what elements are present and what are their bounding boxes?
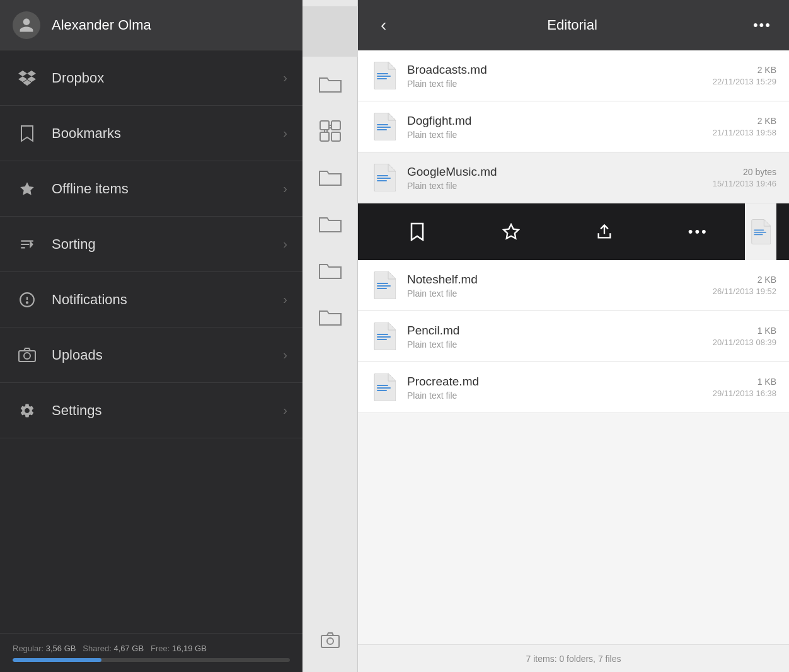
- file-icon: [371, 371, 398, 404]
- svg-rect-24: [377, 285, 391, 287]
- middle-item-folder-1[interactable]: [309, 63, 352, 106]
- file-type: Plain text file: [407, 181, 713, 191]
- file-date: 21/11/2013 19:58: [713, 128, 776, 137]
- sidebar-item-settings[interactable]: Settings ›: [0, 383, 302, 438]
- svg-rect-5: [320, 121, 329, 130]
- storage-bar: [13, 658, 290, 662]
- sidebar-item-sorting[interactable]: Sorting ›: [0, 217, 302, 272]
- sidebar: Alexander Olma Dropbox › Bookmarks ›: [0, 0, 302, 672]
- user-name: Alexander Olma: [52, 17, 151, 33]
- middle-item-camera[interactable]: [309, 619, 352, 662]
- more-button[interactable]: •••: [748, 17, 776, 33]
- svg-point-2: [26, 302, 28, 303]
- file-info: Dogfight.md Plain text file: [407, 114, 713, 140]
- file-type: Plain text file: [407, 390, 713, 401]
- sidebar-item-notifications[interactable]: Notifications ›: [0, 272, 302, 327]
- file-icon: [371, 269, 398, 302]
- svg-rect-19: [377, 180, 387, 181]
- sidebar-item-notifications-label: Notifications: [52, 292, 283, 308]
- file-size: 2 KB: [713, 275, 776, 285]
- file-name: Broadcasts.md: [407, 63, 713, 77]
- file-name: Procreate.md: [407, 375, 713, 389]
- file-type: Plain text file: [407, 130, 713, 140]
- file-icon: [371, 59, 398, 92]
- svg-rect-12: [377, 76, 391, 77]
- camera-icon: [15, 343, 39, 367]
- table-row[interactable]: GoogleMusic.md Plain text file 20 bytes …: [358, 152, 789, 203]
- sidebar-item-settings-label: Settings: [52, 402, 283, 419]
- dropbox-icon: [15, 66, 39, 90]
- status-bar: 7 items: 0 folders, 7 files: [358, 644, 789, 672]
- file-meta: 20 bytes 15/11/2013 19:46: [713, 167, 776, 188]
- svg-rect-22: [754, 234, 763, 236]
- file-info: GoogleMusic.md Plain text file: [407, 165, 713, 191]
- svg-rect-23: [377, 283, 388, 284]
- file-size: 1 KB: [713, 377, 776, 387]
- chevron-right-icon: ›: [283, 403, 287, 418]
- right-section: ‹ Editorial ••• Broadcasts.md Plain text…: [358, 0, 789, 672]
- file-meta: 2 KB 22/11/2013 15:29: [713, 65, 776, 86]
- file-date: 26/11/2013 19:52: [713, 287, 776, 296]
- gear-icon: [15, 399, 39, 423]
- file-list: Broadcasts.md Plain text file 2 KB 22/11…: [358, 50, 789, 644]
- file-meta: 1 KB 29/11/2013 16:38: [713, 377, 776, 398]
- table-row[interactable]: Procreate.md Plain text file 1 KB 29/11/…: [358, 362, 789, 413]
- file-date: 22/11/2013 15:29: [713, 77, 776, 86]
- sidebar-item-offline-label: Offline items: [52, 181, 283, 197]
- table-row[interactable]: Broadcasts.md Plain text file 2 KB 22/11…: [358, 50, 789, 101]
- file-icon: [371, 161, 398, 194]
- middle-item-folder-4[interactable]: [309, 249, 352, 292]
- svg-rect-8: [331, 132, 340, 141]
- file-meta: 1 KB 20/11/2013 08:39: [713, 326, 776, 347]
- bookmark-action-button[interactable]: [371, 203, 464, 260]
- chevron-right-icon: ›: [283, 181, 287, 196]
- action-bar: •••: [358, 203, 789, 260]
- file-size: 2 KB: [713, 65, 776, 75]
- svg-rect-30: [377, 387, 391, 389]
- sidebar-item-dropbox[interactable]: Dropbox ›: [0, 50, 302, 106]
- back-button[interactable]: ‹: [371, 15, 396, 35]
- file-type: Plain text file: [407, 288, 713, 299]
- sidebar-item-bookmarks-label: Bookmarks: [52, 125, 283, 142]
- file-name: GoogleMusic.md: [407, 165, 713, 179]
- share-action-button[interactable]: [558, 203, 652, 260]
- sidebar-item-uploads[interactable]: Uploads ›: [0, 327, 302, 383]
- storage-text: Regular: 3,56 GB Shared: 4,67 GB Free: 1…: [13, 644, 290, 653]
- file-meta: 2 KB 26/11/2013 19:52: [713, 275, 776, 296]
- file-date: 20/11/2013 08:39: [713, 338, 776, 347]
- middle-item-folder-5[interactable]: [309, 296, 352, 339]
- svg-rect-17: [377, 175, 388, 176]
- more-action-button[interactable]: •••: [652, 203, 746, 260]
- table-row[interactable]: Dogfight.md Plain text file 2 KB 21/11/2…: [358, 101, 789, 152]
- star-action-button[interactable]: [464, 203, 558, 260]
- sidebar-item-offline[interactable]: Offline items ›: [0, 161, 302, 217]
- middle-item-folder-2[interactable]: [309, 156, 352, 199]
- middle-item-puzzle[interactable]: [309, 110, 352, 152]
- star-icon: [15, 177, 39, 201]
- top-bar: ‹ Editorial •••: [358, 0, 789, 50]
- file-info: Pencil.md Plain text file: [407, 324, 713, 350]
- chevron-right-icon: ›: [283, 71, 287, 85]
- file-info: Procreate.md Plain text file: [407, 375, 713, 401]
- file-preview-icon[interactable]: [745, 203, 776, 260]
- table-row[interactable]: Noteshelf.md Plain text file 2 KB 26/11/…: [358, 260, 789, 311]
- file-date: 15/11/2013 19:46: [713, 179, 776, 188]
- action-bar-actions: •••: [371, 203, 745, 260]
- table-row[interactable]: Pencil.md Plain text file 1 KB 20/11/201…: [358, 311, 789, 362]
- chevron-right-icon: ›: [283, 292, 287, 307]
- file-info: Broadcasts.md Plain text file: [407, 63, 713, 89]
- file-date: 29/11/2013 16:38: [713, 389, 776, 398]
- file-name: Dogfight.md: [407, 114, 713, 128]
- file-size: 20 bytes: [713, 167, 776, 177]
- svg-rect-13: [377, 78, 387, 79]
- svg-rect-25: [377, 288, 387, 289]
- sidebar-nav: Dropbox › Bookmarks › Offline items ›: [0, 50, 302, 633]
- svg-rect-21: [754, 232, 766, 233]
- file-name: Noteshelf.md: [407, 273, 713, 287]
- sidebar-item-bookmarks[interactable]: Bookmarks ›: [0, 106, 302, 161]
- middle-item-folder-3[interactable]: [309, 203, 352, 246]
- middle-item-1[interactable]: [302, 6, 358, 57]
- chevron-right-icon: ›: [283, 237, 287, 251]
- file-size: 2 KB: [713, 116, 776, 126]
- svg-rect-9: [321, 635, 339, 647]
